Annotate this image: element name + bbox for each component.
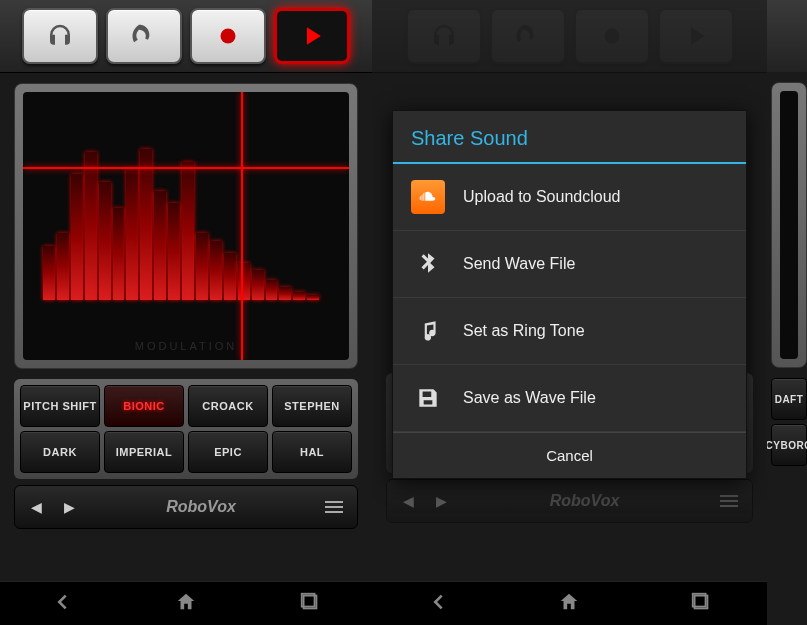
- play-button: [658, 8, 734, 64]
- preset-daft[interactable]: DAFT: [771, 378, 807, 420]
- android-navbar: [0, 581, 372, 625]
- nav-home[interactable]: [558, 591, 580, 617]
- share-save-wave[interactable]: Save as Wave File: [393, 365, 746, 432]
- preset-imperial[interactable]: IMPERIAL: [104, 431, 184, 473]
- share-item-label: Send Wave File: [463, 255, 575, 273]
- visualizer-frame: MODULATION: [14, 83, 358, 369]
- share-item-label: Set as Ring Tone: [463, 322, 585, 340]
- preset-cyborg[interactable]: CYBORG: [771, 424, 807, 466]
- headphones-button: [406, 8, 482, 64]
- visualizer-pad[interactable]: MODULATION: [23, 92, 349, 360]
- bottom-strip-dim: ◀ ▶ RoboVox: [386, 479, 753, 523]
- modulation-label: MODULATION: [23, 340, 349, 352]
- preset-croack[interactable]: CROACK: [188, 385, 268, 427]
- nav-home[interactable]: [175, 591, 197, 617]
- share-soundcloud[interactable]: Upload to Soundcloud: [393, 164, 746, 231]
- visualizer-pad[interactable]: [780, 91, 798, 359]
- screen-right-sliver: DAFT CYBORG: [767, 0, 807, 625]
- preset-hal[interactable]: HAL: [272, 431, 352, 473]
- prev-arrow: ◀: [397, 487, 420, 515]
- crosshair-vertical: [241, 92, 243, 360]
- preset-dark[interactable]: DARK: [20, 431, 100, 473]
- preset-epic[interactable]: EPIC: [188, 431, 268, 473]
- bottom-strip: ◀ ▶ RoboVox: [14, 485, 358, 529]
- headphones-button[interactable]: [22, 8, 98, 64]
- bluetooth-icon: [411, 247, 445, 281]
- menu-icon: [716, 491, 742, 511]
- visualizer-frame-sliver: [771, 82, 807, 368]
- play-button[interactable]: [274, 8, 350, 64]
- brand-label: RoboVox: [91, 498, 311, 516]
- preset-pitch-shift[interactable]: PITCH SHIFT: [20, 385, 100, 427]
- parrot-icon: [129, 21, 159, 51]
- save-icon: [411, 381, 445, 415]
- share-ringtone[interactable]: Set as Ring Tone: [393, 298, 746, 365]
- nav-back[interactable]: [51, 591, 73, 617]
- brand-label: RoboVox: [463, 492, 706, 510]
- prev-arrow[interactable]: ◀: [25, 493, 48, 521]
- nav-back[interactable]: [427, 591, 449, 617]
- record-button[interactable]: [190, 8, 266, 64]
- play-icon: [297, 21, 327, 51]
- eq-bars: [43, 132, 319, 300]
- record-icon: [213, 21, 243, 51]
- share-dialog: Share Sound Upload to Soundcloud Send Wa…: [392, 110, 747, 479]
- preset-bionic[interactable]: BIONIC: [104, 385, 184, 427]
- voice-button[interactable]: [106, 8, 182, 64]
- dialog-cancel-button[interactable]: Cancel: [393, 432, 746, 478]
- top-toolbar-dim: [372, 0, 767, 73]
- nav-recent[interactable]: [299, 591, 321, 617]
- preset-stephen[interactable]: STEPHEN: [272, 385, 352, 427]
- top-toolbar: [0, 0, 372, 73]
- svg-point-0: [221, 29, 236, 44]
- nav-recent[interactable]: [690, 591, 712, 617]
- next-arrow: ▶: [430, 487, 453, 515]
- next-arrow[interactable]: ▶: [58, 493, 81, 521]
- preset-grid: PITCH SHIFT BIONIC CROACK STEPHEN DARK I…: [14, 379, 358, 479]
- share-item-label: Save as Wave File: [463, 389, 596, 407]
- record-button: [574, 8, 650, 64]
- share-item-label: Upload to Soundcloud: [463, 188, 620, 206]
- soundcloud-icon: [411, 180, 445, 214]
- preset-grid-sliver: DAFT CYBORG: [771, 378, 807, 466]
- screen-main: MODULATION PITCH SHIFT BIONIC CROACK STE…: [0, 0, 372, 625]
- share-send-wave[interactable]: Send Wave File: [393, 231, 746, 298]
- crosshair-horizontal: [23, 167, 349, 169]
- android-navbar: [372, 581, 767, 625]
- ringtone-icon: [411, 314, 445, 348]
- menu-icon[interactable]: [321, 497, 347, 517]
- dialog-title: Share Sound: [393, 111, 746, 164]
- headphones-icon: [45, 21, 75, 51]
- screen-share: PITCH SHIFT BIONIC CROACK STEPHEN DARK I…: [372, 0, 767, 625]
- svg-point-3: [604, 29, 619, 44]
- voice-button: [490, 8, 566, 64]
